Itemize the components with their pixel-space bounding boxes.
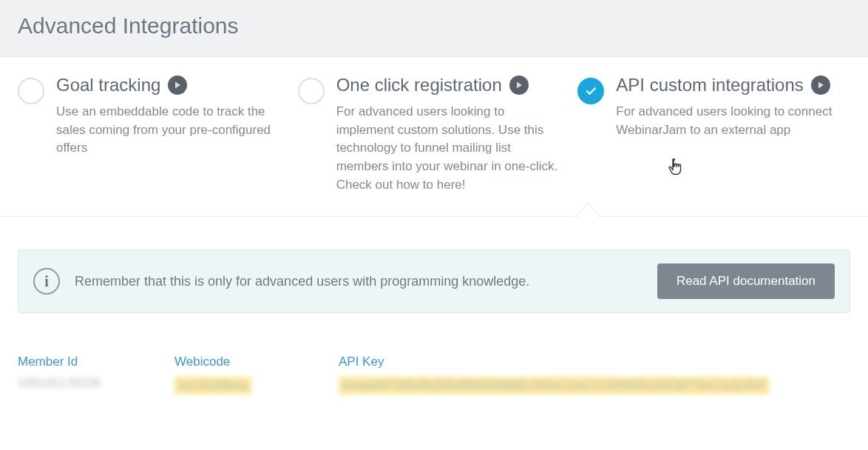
integration-options-row: Goal tracking Use an embeddable code to …: [0, 57, 868, 217]
field-webicode: Webicode bcc4529bba: [174, 355, 308, 394]
option-title: One click registration: [336, 75, 502, 95]
field-value-webicode: bcc4529bba: [174, 377, 308, 394]
page-header: Advanced Integrations: [0, 0, 868, 57]
field-api-key: API Key bfaaa997d9bdfb26648905488881380e…: [339, 355, 850, 394]
option-desc: Use an embeddable code to track the sale…: [56, 103, 283, 158]
info-icon: i: [33, 268, 60, 295]
radio-api-custom[interactable]: [577, 78, 604, 104]
option-api-custom-integrations[interactable]: API custom integrations For advanced use…: [577, 75, 850, 194]
option-desc: For advanced users looking to connect We…: [616, 103, 843, 139]
field-label: Member Id: [18, 355, 143, 369]
radio-one-click[interactable]: [298, 78, 325, 104]
field-member-id: Member Id 189105139236: [18, 355, 143, 390]
radio-goal-tracking[interactable]: [18, 78, 44, 104]
option-one-click-registration[interactable]: One click registration For advanced user…: [298, 75, 571, 194]
option-title: Goal tracking: [56, 75, 160, 95]
option-desc: For advanced users looking to implement …: [336, 103, 563, 194]
play-icon[interactable]: [811, 75, 830, 95]
info-text: Remember that this is only for advanced …: [75, 274, 642, 289]
option-title-row: One click registration: [336, 75, 563, 95]
option-title-row: API custom integrations: [616, 75, 843, 95]
field-value-member-id: 189105139236: [18, 377, 143, 390]
api-content-area: i Remember that this is only for advance…: [0, 217, 868, 412]
option-title-row: Goal tracking: [56, 75, 283, 95]
api-fields-row: Member Id 189105139236 Webicode bcc4529b…: [18, 355, 850, 394]
option-title: API custom integrations: [616, 75, 803, 95]
option-body: API custom integrations For advanced use…: [616, 75, 843, 139]
play-icon[interactable]: [509, 75, 529, 95]
play-icon[interactable]: [168, 75, 187, 95]
field-label: Webicode: [174, 355, 308, 369]
read-api-documentation-button[interactable]: Read API documentation: [657, 263, 835, 299]
info-banner: i Remember that this is only for advance…: [18, 249, 850, 313]
field-value-api-key: bfaaa997d9bdfb26648905488881380ec1dec114…: [339, 377, 850, 394]
field-label: API Key: [339, 355, 850, 369]
page-title: Advanced Integrations: [18, 13, 850, 38]
option-goal-tracking[interactable]: Goal tracking Use an embeddable code to …: [18, 75, 291, 194]
option-body: One click registration For advanced user…: [336, 75, 563, 194]
option-body: Goal tracking Use an embeddable code to …: [56, 75, 283, 158]
